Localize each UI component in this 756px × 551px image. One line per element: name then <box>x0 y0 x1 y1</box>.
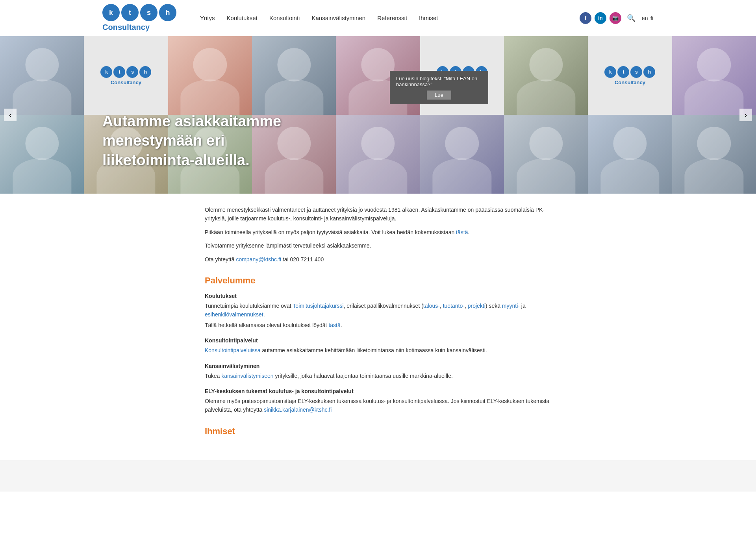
nav-konsultointi[interactable]: Konsultointi <box>269 15 300 21</box>
hero-person-5 <box>504 36 588 115</box>
hero-logo-3: k t s h Consultancy <box>588 36 672 115</box>
hero-person-6 <box>672 36 756 115</box>
hero-section: k t s h Consultancy k t s h <box>0 36 756 194</box>
logo-circle-h: h <box>159 4 176 21</box>
ely-text: Olemme myös puitesopimustoimittaja ELY-k… <box>205 397 551 414</box>
instagram-icon[interactable]: 📷 <box>610 12 621 24</box>
ihmiset-title: Ihmiset <box>205 426 551 436</box>
hero-next-arrow[interactable]: › <box>739 109 752 121</box>
email-link[interactable]: company@ktshc.fi <box>236 256 281 263</box>
tuotanto-link[interactable]: tuotanto- <box>443 303 465 309</box>
hero-person-1 <box>0 36 84 115</box>
kansainvalistyminen-heading: Kansainvälistyminen <box>205 363 551 369</box>
intro-text: Olemme menestyksekkästi valmentaneet ja … <box>205 205 551 264</box>
hero-person-7 <box>0 115 84 194</box>
koulutukset-p2: Tällä hetkellä alkamassa olevat koulutuk… <box>205 321 551 329</box>
koulutukset-section: Koulutukset Tunnetuimpia koulutuksiamme … <box>205 293 551 329</box>
header-right: f in 📷 🔍 en fi <box>580 12 654 24</box>
kansainvalistyminen-section: Kansainvälistyminen Tukea kansainvälisty… <box>205 363 551 380</box>
language-switcher: en fi <box>642 15 654 21</box>
logo-area[interactable]: k t s h Consultancy <box>102 4 176 32</box>
esihenkilovalmennukset-link[interactable]: esihenkilövalmennukset <box>205 311 263 318</box>
notification-popup: Lue uusin blogiteksti "Mitä LEAN on hank… <box>390 71 488 104</box>
nav-referenssit[interactable]: Referenssit <box>377 15 407 21</box>
hero-person-3 <box>252 36 336 115</box>
hero-person-13 <box>504 115 588 194</box>
ely-section: ELY-keskuksen tukemat koulutus- ja konsu… <box>205 388 551 414</box>
palvelumme-title: Palvelumme <box>205 276 551 286</box>
footer <box>0 460 756 492</box>
nav-ihmiset[interactable]: Ihmiset <box>419 15 438 21</box>
notification-lue-button[interactable]: Lue <box>427 91 451 100</box>
logo-circle-k: k <box>102 4 120 21</box>
linkedin-icon[interactable]: in <box>595 12 606 24</box>
konsultointi-text: Konsultointipalveluissa autamme asiakkai… <box>205 346 551 355</box>
search-button[interactable]: 🔍 <box>627 14 636 22</box>
myynti-link[interactable]: myynti- <box>502 303 520 309</box>
hero-person-14 <box>588 115 672 194</box>
hero-logo-1: k t s h Consultancy <box>84 36 168 115</box>
main-content: Olemme menestyksekkästi valmentaneet ja … <box>102 194 654 460</box>
main-nav: Yritys Koulutukset Konsultointi Kansainv… <box>200 15 580 21</box>
nav-yritys[interactable]: Yritys <box>200 15 215 21</box>
sinikka-email-link[interactable]: sinikka.karjalainen@ktshc.fi <box>264 407 332 413</box>
ely-heading: ELY-keskuksen tukemat koulutus- ja konsu… <box>205 388 551 394</box>
facebook-icon[interactable]: f <box>580 12 591 24</box>
koulutukset-heading: Koulutukset <box>205 293 551 299</box>
hero-person-15 <box>672 115 756 194</box>
tasta-link-1[interactable]: tästä <box>456 229 468 235</box>
talous-link[interactable]: talous- <box>423 303 440 309</box>
toimitusjohtajakurssi-link[interactable]: Toimitusjohtajakurssi <box>293 303 343 309</box>
intro-p3: Toivotamme yrityksenne lämpimästi tervet… <box>205 241 551 250</box>
intro-p2: Pitkään toimineella yrityksellä on myös … <box>205 228 551 237</box>
tasta-link-2[interactable]: tästä <box>328 322 340 328</box>
koulutukset-text: Tunnetuimpia koulutuksiamme ovat Toimitu… <box>205 301 551 319</box>
brand-name: Consultancy <box>102 23 150 32</box>
hero-prev-arrow[interactable]: ‹ <box>4 109 17 121</box>
logo-circle-t: t <box>121 4 139 21</box>
notification-text: Lue uusin blogiteksti "Mitä LEAN on hank… <box>396 76 477 87</box>
logo-circle-s: s <box>140 4 158 21</box>
konsultointi-heading: Konsultointipalvelut <box>205 337 551 344</box>
konsultointi-section: Konsultointipalvelut Konsultointipalvelu… <box>205 337 551 355</box>
hero-overlay-text: Autamme asiakkaitamme menestymään eri li… <box>102 112 378 170</box>
header: k t s h Consultancy Yritys Koulutukset K… <box>0 0 756 36</box>
nav-kansainvalistyminen[interactable]: Kansainvälistyminen <box>311 15 365 21</box>
hero-person-12 <box>420 115 504 194</box>
konsultointipalveluissa-link[interactable]: Konsultointipalveluissa <box>205 347 261 353</box>
kansainvalistymiseen-link[interactable]: kansainvälistymiseen <box>221 373 273 379</box>
logo-circles: k t s h <box>102 4 176 21</box>
lang-en[interactable]: en <box>642 15 648 21</box>
hero-person-2 <box>168 36 252 115</box>
projekti-link[interactable]: projekti <box>468 303 485 309</box>
intro-p1: Olemme menestyksekkästi valmentaneet ja … <box>205 205 551 223</box>
nav-koulutukset[interactable]: Koulutukset <box>227 15 258 21</box>
intro-p4: Ota yhteyttä company@ktshc.fi tai 020 72… <box>205 255 551 264</box>
lang-fi[interactable]: fi <box>650 15 654 21</box>
kansainvalistyminen-text: Tukea kansainvälistymiseen yrityksille, … <box>205 372 551 380</box>
